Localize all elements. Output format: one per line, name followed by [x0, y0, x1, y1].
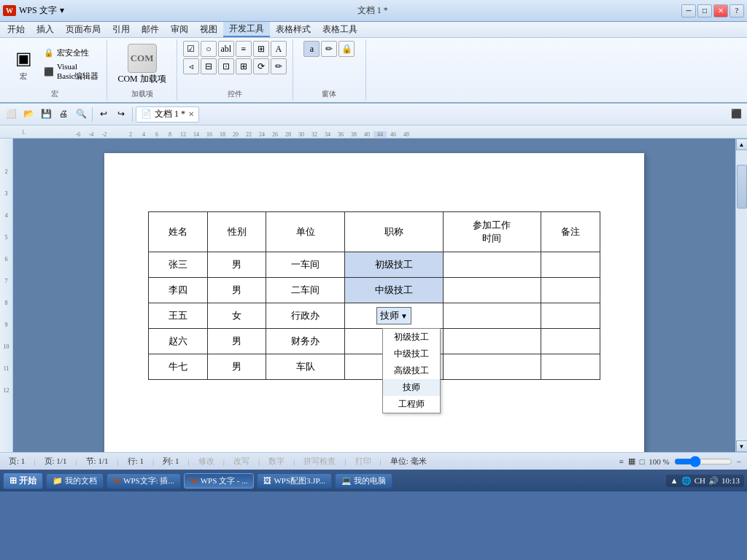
cell-workdate-3[interactable] — [443, 329, 541, 354]
preview-button[interactable]: 🔍 — [73, 106, 89, 122]
menu-item-page-layout[interactable]: 页面布局 — [60, 22, 107, 37]
control-btn-3[interactable]: abl — [218, 41, 234, 57]
tray-arrow-icon[interactable]: ▲ — [670, 476, 678, 485]
menu-item-dev[interactable]: 开发工具 — [223, 22, 270, 37]
dropdown-option-4[interactable]: 工程师 — [383, 396, 440, 413]
cell-unit-2[interactable]: 行政办 — [266, 303, 345, 329]
taskbar-item-image[interactable]: 🖼 WPS配图3.JP... — [257, 473, 331, 489]
menu-item-mail[interactable]: 邮件 — [136, 22, 165, 37]
cell-gender-2[interactable]: 女 — [207, 303, 266, 329]
menu-item-start[interactable]: 开始 — [1, 22, 31, 37]
open-button[interactable]: 📂 — [20, 106, 36, 122]
cell-name-3[interactable]: 赵六 — [149, 329, 208, 354]
layout-btn[interactable]: ⬛ — [728, 106, 744, 122]
cell-name-0[interactable]: 张三 — [149, 252, 208, 278]
control-btn-8[interactable]: ⊟ — [201, 58, 217, 74]
cell-title-1[interactable]: 中级技工 — [345, 278, 444, 303]
control-btn-7[interactable]: ◃ — [183, 58, 199, 74]
cell-gender-1[interactable]: 男 — [207, 278, 266, 303]
restore-button[interactable]: □ — [697, 4, 712, 18]
cell-name-2[interactable]: 王五 — [149, 303, 208, 329]
close-button[interactable]: ✕ — [713, 4, 728, 18]
help-button[interactable]: ? — [729, 4, 744, 18]
taskbar-item-mydocs[interactable]: 📁 我的文档 — [46, 473, 104, 489]
control-btn-1[interactable]: ☑ — [183, 41, 199, 57]
cell-unit-0[interactable]: 一车间 — [266, 252, 345, 278]
zoom-minus-icon[interactable]: − — [737, 457, 741, 466]
control-btn-9[interactable]: ⊡ — [218, 58, 234, 74]
save-button[interactable]: 💾 — [38, 106, 54, 122]
menu-item-review[interactable]: 审阅 — [165, 22, 194, 37]
doc-tab-close[interactable]: ✕ — [188, 110, 194, 118]
scroll-thumb[interactable] — [737, 165, 747, 209]
taskbar-item-mycomputer[interactable]: 💻 我的电脑 — [335, 473, 392, 489]
menu-item-table-style[interactable]: 表格样式 — [270, 22, 317, 37]
cell-workdate-0[interactable] — [443, 252, 541, 278]
title-dropdown[interactable]: 技师 ▼ — [376, 307, 411, 324]
taskbar-item-wps1[interactable]: W WPS文字: 插... — [107, 473, 181, 489]
cell-title-2[interactable]: 技师 ▼ 初级技工 中级技工 高级技工 技师 工程师 — [345, 303, 444, 329]
com-addin-button[interactable]: COM COM 加载项 — [113, 42, 170, 87]
status-spellcheck[interactable]: 拼写检查 — [301, 456, 338, 467]
form-btn-3[interactable]: 🔒 — [338, 41, 355, 57]
dropdown-arrow-icon[interactable]: ▼ — [400, 312, 408, 320]
cell-workdate-1[interactable] — [443, 278, 541, 303]
menu-item-insert[interactable]: 插入 — [31, 22, 60, 37]
macro-security-button[interactable]: 🔒 宏安全性 — [41, 47, 101, 60]
minimize-button[interactable]: ─ — [681, 4, 696, 18]
menu-item-view[interactable]: 视图 — [194, 22, 223, 37]
tray-ch-label[interactable]: CH — [694, 476, 705, 485]
control-btn-2[interactable]: ○ — [201, 41, 217, 57]
cell-name-1[interactable]: 李四 — [149, 278, 208, 303]
control-btn-10[interactable]: ⊞ — [236, 58, 252, 74]
cell-note-0[interactable] — [541, 252, 600, 278]
control-btn-6[interactable]: A — [271, 41, 287, 57]
status-print[interactable]: 打印 — [352, 456, 374, 467]
doc-tab[interactable]: 📄 文档 1 * ✕ — [136, 106, 199, 122]
control-btn-11[interactable]: ⟳ — [253, 58, 269, 74]
form-btn-1[interactable]: a — [303, 41, 320, 57]
control-btn-4[interactable]: ≡ — [236, 41, 252, 57]
cell-note-1[interactable] — [541, 278, 600, 303]
cell-gender-4[interactable]: 男 — [207, 354, 266, 380]
redo-button[interactable]: ↪ — [113, 106, 129, 122]
cell-note-2[interactable] — [541, 303, 600, 329]
title-dropdown-arrow[interactable]: ▾ — [60, 5, 64, 16]
document-area[interactable]: 姓名 性别 单位 职称 参加工作时间 备注 张三 男 一车间 初级技工 — [13, 139, 735, 452]
scroll-up-button[interactable]: ▲ — [736, 139, 748, 150]
cell-workdate-4[interactable] — [443, 354, 541, 380]
macro-button[interactable]: ▣ 宏 — [9, 45, 38, 83]
menu-item-table-tool[interactable]: 表格工具 — [317, 22, 363, 37]
cell-gender-3[interactable]: 男 — [207, 329, 266, 354]
scrollbar-vertical[interactable]: ▲ ▼ — [735, 139, 747, 452]
control-btn-12[interactable]: ✏ — [271, 58, 287, 74]
dropdown-option-1[interactable]: 中级技工 — [383, 346, 440, 362]
cell-note-3[interactable] — [541, 329, 600, 354]
scroll-down-button[interactable]: ▼ — [736, 440, 748, 452]
cell-unit-3[interactable]: 财务办 — [266, 329, 345, 354]
dropdown-option-0[interactable]: 初级技工 — [383, 329, 440, 346]
print-button[interactable]: 🖨 — [55, 106, 71, 122]
cell-title-0[interactable]: 初级技工 — [345, 252, 444, 278]
cell-workdate-2[interactable] — [443, 303, 541, 329]
cell-name-4[interactable]: 牛七 — [149, 354, 208, 380]
view-btn-normal[interactable]: ≡ — [619, 457, 623, 466]
cell-unit-1[interactable]: 二车间 — [266, 278, 345, 303]
new-button[interactable]: ⬜ — [3, 106, 19, 122]
undo-button[interactable]: ↩ — [96, 106, 112, 122]
cell-gender-0[interactable]: 男 — [207, 252, 266, 278]
view-btn-web[interactable]: ▦ — [628, 456, 635, 466]
cell-note-4[interactable] — [541, 354, 600, 380]
dropdown-option-3[interactable]: 技师 — [383, 379, 440, 396]
view-btn-outline[interactable]: □ — [640, 457, 645, 466]
vba-editor-button[interactable]: ⬛ VisualBasic编辑器 — [41, 61, 101, 82]
zoom-slider[interactable] — [674, 457, 732, 466]
form-btn-2[interactable]: ✏ — [321, 41, 337, 57]
cell-unit-4[interactable]: 车队 — [266, 354, 345, 380]
taskbar-item-wps2[interactable]: W WPS 文字 - ... — [184, 473, 255, 489]
control-btn-5[interactable]: ⊞ — [253, 41, 269, 57]
menu-item-reference[interactable]: 引用 — [107, 22, 136, 37]
scroll-track[interactable] — [736, 150, 747, 440]
start-button[interactable]: ⊞ 开始 — [3, 472, 43, 489]
dropdown-option-2[interactable]: 高级技工 — [383, 362, 440, 379]
